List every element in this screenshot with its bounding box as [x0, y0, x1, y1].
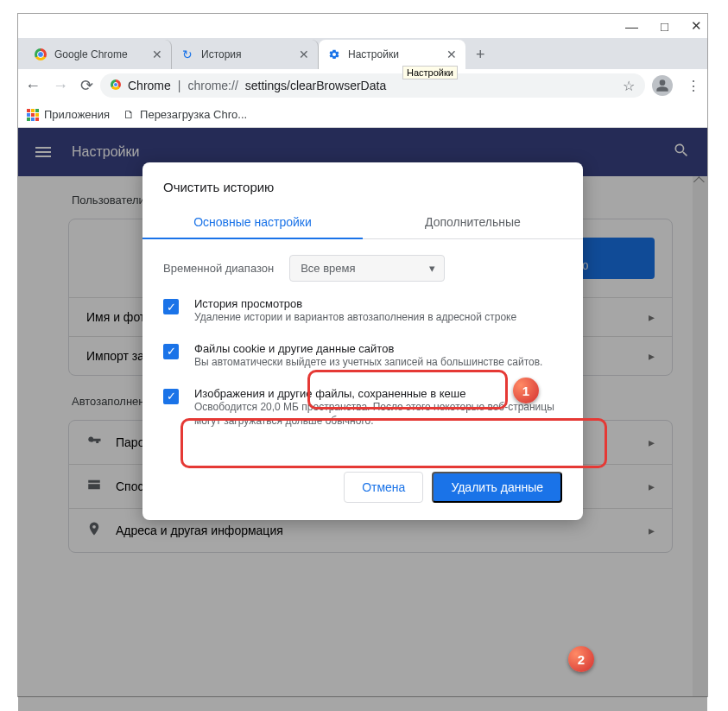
- option-subtitle: Вы автоматически выйдете из учетных запи…: [194, 355, 542, 370]
- forward-button[interactable]: →: [53, 77, 68, 95]
- dialog-title: Очистить историю: [142, 180, 583, 206]
- history-icon: ↻: [180, 48, 194, 61]
- bookmark-label: Перезагрузка Chro...: [140, 108, 247, 121]
- tab-label: Настройки: [348, 48, 399, 60]
- browser-window: — □ ✕ Google Chrome ✕ ↻ История ✕ Настро…: [17, 13, 708, 697]
- cancel-button[interactable]: Отмена: [344, 472, 423, 503]
- bookmark-star-icon[interactable]: ☆: [623, 78, 635, 94]
- new-tab-button[interactable]: +: [465, 41, 496, 69]
- profile-avatar-icon[interactable]: [652, 75, 673, 96]
- option-subtitle: Удаление истории и вариантов автозаполне…: [194, 310, 516, 325]
- checkbox-checked-icon[interactable]: ✓: [163, 299, 179, 314]
- tab-label: Google Chrome: [54, 48, 128, 60]
- option-title: История просмотров: [194, 297, 516, 310]
- url-chrome-label: Chrome: [128, 79, 171, 92]
- tab-close-icon[interactable]: ✕: [152, 48, 162, 61]
- option-subtitle: Освободится 20,0 МБ пространства. После …: [194, 400, 562, 429]
- annotation-bubble-1: 1: [513, 378, 539, 403]
- clear-data-dialog: Очистить историю Основные настройки Допо…: [142, 162, 583, 520]
- dialog-actions: Отмена Удалить данные: [142, 437, 583, 503]
- tab-google-chrome[interactable]: Google Chrome ✕: [25, 40, 172, 69]
- settings-page: Настройки Пользователи Интеллектуальные …: [18, 128, 707, 711]
- checkbox-checked-icon[interactable]: ✓: [163, 344, 179, 359]
- gear-icon: [327, 48, 341, 61]
- maximize-button[interactable]: □: [661, 19, 668, 34]
- apps-shortcut[interactable]: Приложения: [27, 108, 110, 121]
- tab-advanced[interactable]: Дополнительные: [363, 206, 583, 239]
- time-range-select[interactable]: Все время: [289, 255, 445, 282]
- checkbox-checked-icon[interactable]: ✓: [163, 389, 179, 404]
- chrome-logo-icon: [34, 48, 47, 61]
- window-titlebar: — □ ✕: [18, 14, 707, 38]
- back-button[interactable]: ←: [25, 77, 41, 95]
- menu-dots-icon[interactable]: ⋮: [687, 78, 700, 94]
- tab-tooltip: Настройки: [402, 66, 458, 79]
- tab-close-icon[interactable]: ✕: [299, 48, 309, 61]
- url-prefix: chrome://: [187, 79, 237, 92]
- toolbar: ← → ⟳ Chrome | chrome://settings/clearBr…: [18, 69, 707, 102]
- url-separator: |: [178, 79, 181, 92]
- minimize-button[interactable]: —: [625, 19, 638, 34]
- option-browsing-history[interactable]: ✓ История просмотров Удаление истории и …: [142, 289, 583, 333]
- close-button[interactable]: ✕: [691, 18, 702, 34]
- tab-label: История: [201, 48, 242, 60]
- tab-strip: Google Chrome ✕ ↻ История ✕ Настройки ✕ …: [18, 38, 707, 69]
- dialog-tabs: Основные настройки Дополнительные: [142, 206, 583, 239]
- option-title: Файлы cookie и другие данные сайтов: [194, 342, 542, 355]
- annotation-bubble-2: 2: [568, 646, 594, 672]
- bookmark-item[interactable]: 🗋 Перезагрузка Chro...: [123, 108, 247, 121]
- nav-buttons: ← → ⟳: [25, 76, 93, 95]
- delete-data-button[interactable]: Удалить данные: [432, 472, 562, 503]
- page-icon: 🗋: [123, 108, 135, 121]
- option-title: Изображения и другие файлы, сохраненные …: [194, 387, 562, 400]
- modal-backdrop: Очистить историю Основные настройки Допо…: [18, 128, 707, 711]
- tab-close-icon[interactable]: ✕: [446, 48, 457, 61]
- apps-label: Приложения: [44, 108, 110, 121]
- address-bar[interactable]: Chrome | chrome://settings/clearBrowserD…: [100, 73, 645, 98]
- tab-basic[interactable]: Основные настройки: [142, 206, 363, 239]
- site-info-icon[interactable]: [111, 79, 121, 92]
- tab-settings[interactable]: Настройки ✕: [319, 40, 465, 69]
- reload-button[interactable]: ⟳: [80, 76, 93, 95]
- time-range-row: Временной диапазон Все время: [142, 239, 583, 289]
- time-range-label: Временной диапазон: [163, 262, 274, 275]
- toolbar-right: ⋮: [652, 75, 700, 96]
- url-path: settings/clearBrowserData: [245, 79, 386, 92]
- option-cookies[interactable]: ✓ Файлы cookie и другие данные сайтов Вы…: [142, 333, 583, 378]
- bookmarks-bar: Приложения 🗋 Перезагрузка Chro...: [18, 102, 707, 128]
- tab-history[interactable]: ↻ История ✕: [172, 40, 319, 69]
- apps-grid-icon: [27, 109, 39, 121]
